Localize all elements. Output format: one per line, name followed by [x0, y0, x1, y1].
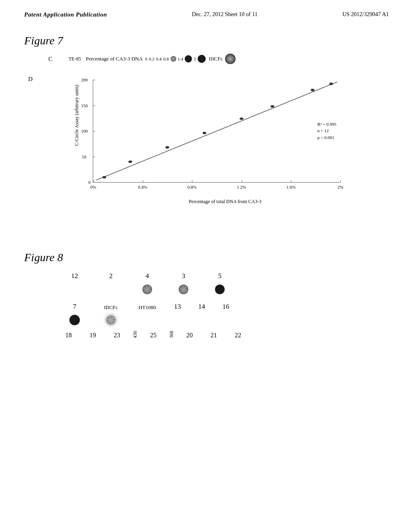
svg-point-5	[240, 117, 243, 120]
fig8-num-2: 2	[93, 272, 129, 280]
dot-black-7	[69, 315, 80, 325]
dot-speckled-c	[171, 56, 176, 62]
fig8-cell-4: 4	[129, 272, 165, 296]
r2-stat: R² = 0.995	[317, 121, 336, 128]
scale-02: 0.2	[149, 56, 154, 61]
svg-point-4	[202, 132, 206, 134]
chart-plot-area: 200 150 100 50 0 0% 0.4% 0.8%	[93, 80, 340, 183]
fig8-cell-2: 2	[93, 272, 129, 296]
dna-header-label: Percentage of CA3-3 DNA	[86, 56, 143, 62]
x-axis-label: Percentage of total DNA from CA3-3	[189, 199, 261, 205]
fig8-dot-area-3	[165, 283, 202, 296]
fig8-dot-area-5	[202, 283, 238, 296]
fig8-cell-18: 18	[56, 332, 81, 339]
x-tick-2pct: 2%	[338, 185, 344, 189]
fig8-cell-22: 22	[226, 332, 250, 339]
figure7-container: C TE-85 Percentage of CA3-3 DNA 0 0.2 0.…	[48, 54, 373, 207]
fig8-dot-area-iiicfc	[93, 313, 129, 327]
x-tick-12pct: 1 2%	[237, 185, 246, 189]
dna-scale-row: 0 0.2 0.4 0.8 1.4 2	[145, 55, 206, 63]
dot-fuzzy-iiicfc	[106, 315, 116, 325]
y-tick-0: 0	[88, 180, 91, 185]
figure7-label: Figure 7	[24, 34, 389, 47]
dot-speckled-3	[179, 285, 188, 294]
fig8-num-7: 7	[56, 303, 93, 311]
dot-large-c	[198, 55, 206, 63]
n-stat: n = 12	[317, 127, 336, 134]
fig8-num-5: 5	[202, 272, 238, 280]
header: Patent Application Publication Dec. 27, …	[0, 0, 413, 22]
x-tick-0pct: 0%	[90, 185, 96, 189]
scale-04: 0.4	[156, 56, 162, 61]
fig8-num-4: 4	[129, 272, 165, 280]
fig8-num-16: 16	[214, 303, 238, 311]
strip-c-label: C	[48, 56, 69, 62]
header-date-sheet: Dec. 27, 2012 Sheet 10 of 11	[192, 11, 258, 18]
header-patent-number: US 2012/329047 A1	[342, 11, 389, 18]
scale-08: 0.8	[163, 56, 169, 61]
x-tick-04pct: 0.4%	[138, 185, 147, 189]
page: Patent Application Publication Dec. 27, …	[0, 0, 413, 532]
y-tick-50: 50	[82, 154, 86, 159]
figure8-content: 12 2 4 3	[56, 272, 389, 340]
x-tick-16pct: 1.6%	[286, 185, 296, 189]
fig8-cell-iiicfc: IIICFc	[93, 304, 129, 327]
fig8-cell-21: 21	[202, 332, 226, 339]
dot-speckled-4	[142, 285, 152, 294]
iiicfc-label-top: IIICFc	[209, 56, 223, 62]
spacer-1	[0, 215, 413, 247]
fig8-num-368: 368	[169, 331, 175, 338]
fig8-dot-area-7	[56, 313, 93, 327]
fig8-dot-area-ht1080	[129, 313, 165, 327]
fig8-cell-14: 14	[190, 303, 214, 327]
p-stat: p < 0.001	[317, 134, 336, 141]
figure7-section: Figure 7 C TE-85 Percentage of CA3-3 DNA…	[0, 22, 413, 215]
chart-d-label: D	[28, 76, 33, 83]
strip-c-row: C TE-85 Percentage of CA3-3 DNA 0 0.2 0.…	[48, 54, 373, 64]
fig8-num-14: 14	[190, 303, 214, 311]
fig8-num-12: 12	[56, 272, 93, 280]
fig8-dot-area-14	[190, 313, 214, 327]
y-axis-label: C-Circle Assay (arbitrary units)	[74, 85, 80, 146]
svg-point-2	[128, 160, 132, 163]
fig8-cell-ht1080: HT1080	[129, 304, 165, 327]
te85-label: TE-85	[69, 56, 81, 62]
fig8-cell-23: 23	[105, 332, 129, 339]
fig8-num-430: 430	[132, 331, 138, 338]
scatter-plot-svg	[93, 80, 340, 182]
svg-point-1	[102, 176, 106, 179]
fig8-cell-25: 25	[141, 332, 165, 339]
scale-0: 0	[145, 56, 148, 61]
svg-line-0	[96, 82, 338, 180]
scale-14: 1.4	[178, 56, 184, 61]
chart-d: D C-Circle Assay (arbitrary units) 200 1…	[48, 76, 373, 207]
fig8-row3: 18 19 23 430 25 368 20 21 22	[56, 331, 389, 340]
y-tick-100: 100	[81, 129, 88, 133]
figure8-section: Figure 8 12 2 4	[0, 251, 413, 348]
fig8-dot-area-12	[56, 283, 93, 296]
y-tick-150: 150	[81, 103, 88, 108]
fig8-num-13: 13	[165, 303, 190, 311]
fig8-cell-5: 5	[202, 272, 238, 296]
svg-point-7	[311, 89, 314, 91]
fig8-label-ht1080: HT1080	[129, 304, 165, 311]
dot-black-c	[185, 55, 192, 62]
fig8-cell-430: 430	[129, 331, 141, 340]
svg-point-3	[165, 146, 169, 149]
stats-annotation: R² = 0.995 n = 12 p < 0.001	[317, 121, 336, 141]
fig8-label-iiicfc: IIICFc	[93, 304, 129, 311]
fig8-cell-20: 20	[177, 332, 202, 339]
scale-2: 2	[194, 56, 196, 61]
svg-point-6	[271, 105, 274, 108]
fig8-cell-7: 7	[56, 303, 93, 327]
fig8-dot-area-4	[129, 283, 165, 296]
fig8-row2: 7 IIICFc HT1080	[56, 303, 389, 327]
dot-black-5	[215, 285, 225, 294]
fig8-dot-area-13	[165, 313, 190, 327]
fig8-cell-12: 12	[56, 272, 93, 296]
fig8-row1: 12 2 4 3	[56, 272, 389, 296]
fig8-dot-area-16	[214, 313, 238, 327]
fig8-cell-19: 19	[81, 332, 105, 339]
dot-iiicfc	[225, 54, 236, 64]
x-tick-08pct: 0.8%	[188, 185, 197, 189]
